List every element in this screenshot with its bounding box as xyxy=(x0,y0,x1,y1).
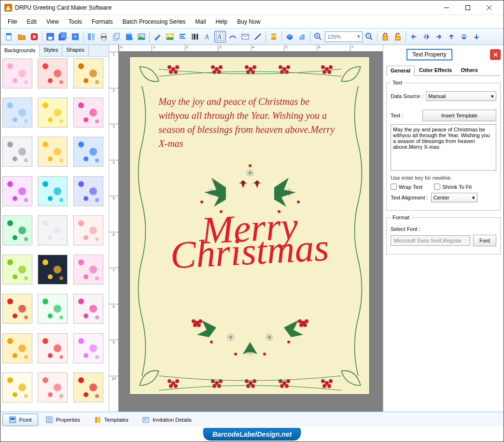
thumbnail-grid[interactable] xyxy=(0,57,109,412)
menu-file[interactable]: File xyxy=(3,16,22,27)
background-thumb[interactable] xyxy=(73,137,103,167)
background-thumb[interactable] xyxy=(2,294,32,324)
svg-point-141 xyxy=(7,299,13,304)
flip-h-icon[interactable] xyxy=(420,31,432,43)
maximize-button[interactable] xyxy=(457,0,478,15)
close-button[interactable] xyxy=(478,0,500,15)
mail-icon[interactable] xyxy=(239,31,251,43)
greeting-card[interactable]: May the joy and peace of Christmas be wi… xyxy=(129,57,370,395)
tab-styles[interactable]: Styles xyxy=(40,45,62,56)
save-icon[interactable] xyxy=(44,31,56,43)
zoom-select[interactable]: 125%▾ xyxy=(325,31,363,42)
alignment-select[interactable]: Center▾ xyxy=(431,193,477,202)
arrow-left-icon[interactable] xyxy=(408,31,420,43)
shape3d-icon[interactable] xyxy=(284,31,295,43)
menu-edit[interactable]: Edit xyxy=(22,16,42,27)
export-icon[interactable] xyxy=(70,31,81,43)
background-thumb[interactable] xyxy=(38,255,68,285)
panel-close-button[interactable]: ✕ xyxy=(490,49,501,60)
background-thumb[interactable] xyxy=(73,294,103,324)
saveall-icon[interactable] xyxy=(57,31,69,43)
cursive-icon[interactable] xyxy=(227,31,238,43)
tab-shapes[interactable]: Shapes xyxy=(62,45,88,56)
image-icon[interactable] xyxy=(136,31,147,43)
text-sel-icon[interactable]: A xyxy=(214,31,226,43)
menu-view[interactable]: View xyxy=(42,16,64,27)
lock-icon[interactable] xyxy=(379,31,391,43)
canvas-viewport[interactable]: May the joy and peace of Christmas be wi… xyxy=(119,52,383,412)
cylinder-icon[interactable] xyxy=(268,31,280,43)
tab-color-effects[interactable]: Color Effects xyxy=(415,65,456,75)
menu-mail[interactable]: Mail xyxy=(191,16,211,27)
barcode-icon[interactable] xyxy=(189,31,201,43)
menu-formats[interactable]: Formats xyxy=(87,16,118,27)
background-thumb[interactable] xyxy=(38,58,68,88)
background-thumb[interactable] xyxy=(2,58,32,88)
brush-icon[interactable] xyxy=(152,31,163,43)
background-thumb[interactable] xyxy=(73,372,103,402)
background-thumb[interactable] xyxy=(2,215,32,245)
insert-template-button[interactable]: Insert Template xyxy=(422,110,496,121)
background-thumb[interactable] xyxy=(38,294,68,324)
btab-front[interactable]: Front xyxy=(2,413,38,426)
background-thumb[interactable] xyxy=(73,255,103,285)
delete-icon[interactable] xyxy=(28,31,40,43)
card-message[interactable]: May the joy and peace of Christmas be wi… xyxy=(159,95,340,151)
background-thumb[interactable] xyxy=(38,215,68,245)
btab-templates[interactable]: Templates xyxy=(87,413,135,426)
zoom-out-icon[interactable] xyxy=(364,31,375,43)
arrow-up-icon[interactable] xyxy=(446,31,457,43)
svg-point-171 xyxy=(7,377,13,383)
arrow-right-icon[interactable] xyxy=(433,31,445,43)
btab-properties[interactable]: Properties xyxy=(39,413,86,426)
zoom-in-icon[interactable] xyxy=(312,31,324,43)
menu-help[interactable]: Help xyxy=(211,16,233,27)
svg-point-271 xyxy=(305,319,308,323)
template-icon[interactable] xyxy=(85,31,97,43)
tab-general[interactable]: General xyxy=(386,66,415,76)
line-icon[interactable] xyxy=(252,31,264,43)
data-source-select[interactable]: Manual▾ xyxy=(426,91,496,101)
shrink-checkbox[interactable]: Shrink To Fit xyxy=(434,184,472,190)
background-thumb[interactable] xyxy=(2,176,32,206)
background-thumb[interactable] xyxy=(2,255,32,285)
background-thumb[interactable] xyxy=(38,372,68,402)
svg-point-138 xyxy=(84,274,88,279)
new-icon[interactable] xyxy=(3,31,15,43)
unlock-icon[interactable] xyxy=(392,31,404,43)
background-thumb[interactable] xyxy=(38,176,68,206)
background-thumb[interactable] xyxy=(73,58,103,88)
background-thumb[interactable] xyxy=(2,98,32,128)
background-thumb[interactable] xyxy=(38,333,68,363)
copy-icon[interactable] xyxy=(111,31,122,43)
tab-others[interactable]: Others xyxy=(456,65,482,75)
background-thumb[interactable] xyxy=(38,137,68,167)
shape-icon[interactable] xyxy=(296,31,308,43)
background-thumb[interactable] xyxy=(73,333,103,363)
tab-backgrounds[interactable]: Backgrounds xyxy=(0,45,40,57)
btab-invitation[interactable]: Invitation Details xyxy=(136,413,198,426)
picture-icon[interactable] xyxy=(164,31,176,43)
font-button[interactable]: Font xyxy=(473,235,496,246)
text-a-icon[interactable]: A xyxy=(202,31,213,43)
background-thumb[interactable] xyxy=(38,98,68,128)
menu-buynow[interactable]: Buy Now xyxy=(232,16,265,27)
menu-tools[interactable]: Tools xyxy=(64,16,87,27)
align-icon[interactable] xyxy=(177,31,188,43)
background-thumb[interactable] xyxy=(2,137,32,167)
arrow-down-icon[interactable] xyxy=(471,31,482,43)
paste-icon[interactable] xyxy=(123,31,135,43)
svg-point-74 xyxy=(59,119,63,123)
minimize-button[interactable] xyxy=(436,0,457,15)
background-thumb[interactable] xyxy=(73,215,103,245)
background-thumb[interactable] xyxy=(2,333,32,363)
wrap-text-checkbox[interactable]: Wrap Text xyxy=(391,184,422,190)
flip-v-icon[interactable] xyxy=(458,31,470,43)
menu-batch[interactable]: Batch Processing Series xyxy=(118,16,191,27)
text-input[interactable] xyxy=(391,124,496,171)
background-thumb[interactable] xyxy=(2,372,32,402)
background-thumb[interactable] xyxy=(73,98,103,128)
printer-icon[interactable] xyxy=(98,31,110,43)
background-thumb[interactable] xyxy=(73,176,103,206)
open-icon[interactable] xyxy=(16,31,28,43)
